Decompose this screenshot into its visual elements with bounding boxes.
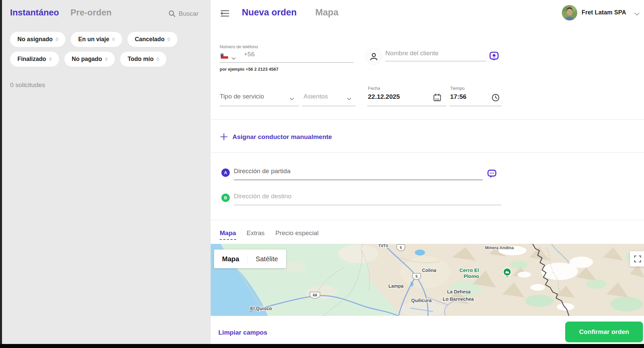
time-label: Tiempo bbox=[450, 86, 465, 91]
collapse-icon bbox=[219, 9, 230, 18]
filter-count: 0 bbox=[49, 57, 52, 62]
route-shield-5-north: 5 bbox=[397, 245, 405, 251]
orders-sidebar: Instantáneo Pre-orden Buscar No asignado… bbox=[2, 0, 211, 344]
plus-icon bbox=[220, 133, 228, 141]
window-left-border bbox=[0, 0, 2, 348]
route-shield-5-south: 5 bbox=[413, 273, 421, 280]
map-canvas[interactable]: 5 5 68 TilTil Colina bbox=[211, 244, 644, 316]
pickup-badge-a: A bbox=[221, 168, 230, 177]
tab-map-view[interactable]: Mapa bbox=[315, 7, 338, 18]
map-label-lo-barnechea: Lo Barnechea bbox=[443, 296, 474, 302]
destination-badge-b: B bbox=[221, 194, 230, 202]
account-name[interactable]: Fret Latam SPA bbox=[582, 9, 626, 16]
map-type-satellite-button[interactable]: Satélite bbox=[247, 255, 286, 263]
requests-count: 0 solicitudes bbox=[10, 81, 45, 89]
assign-driver-label: Asignar conductor manualmente bbox=[232, 133, 332, 141]
assign-driver-link[interactable]: Asignar conductor manualmente bbox=[220, 133, 332, 141]
map-label-lampa: Lampa bbox=[388, 283, 404, 289]
map-label-minera-andina: Minera Andina bbox=[485, 246, 514, 250]
filter-label: Cancelado bbox=[135, 36, 165, 43]
filter-label: No pagado bbox=[72, 56, 102, 63]
filter-no-asignado[interactable]: No asignado0 bbox=[10, 32, 65, 47]
date-label: Fecha bbox=[368, 86, 380, 91]
svg-text:68: 68 bbox=[313, 293, 317, 297]
service-type-select[interactable]: Tipo de servicio bbox=[220, 93, 264, 100]
filter-count: 0 bbox=[112, 37, 115, 42]
dispatch-app: Instantáneo Pre-orden Buscar No asignado… bbox=[0, 0, 644, 348]
filter-count: 0 bbox=[157, 57, 159, 62]
fullscreen-icon bbox=[634, 255, 641, 263]
filter-todo-mio[interactable]: Todo mío0 bbox=[120, 52, 166, 67]
collapse-sidebar-button[interactable] bbox=[219, 9, 230, 19]
calendar-icon[interactable] bbox=[433, 93, 442, 103]
client-person-icon bbox=[366, 49, 382, 65]
map-label-el-quisco: El Quisco bbox=[250, 306, 272, 311]
search-label: Buscar bbox=[179, 10, 199, 17]
tab-preorder[interactable]: Pre-orden bbox=[70, 7, 112, 18]
map-label-cerro-el: Cerro El bbox=[460, 267, 479, 273]
filter-label: Finalizado bbox=[17, 56, 46, 63]
seats-select[interactable]: Asientos bbox=[304, 93, 328, 100]
filter-count: 0 bbox=[105, 57, 107, 62]
date-value[interactable]: 22.12.2025 bbox=[368, 93, 400, 100]
tab-detail-special-price[interactable]: Precio especial bbox=[275, 229, 319, 237]
account-chevron-down-icon[interactable] bbox=[634, 11, 640, 17]
destination-address-input[interactable] bbox=[234, 193, 501, 205]
country-flag-chile[interactable]: ★ bbox=[221, 54, 228, 59]
filter-en-un-viaje[interactable]: En un viaje0 bbox=[71, 32, 122, 47]
time-value[interactable]: 17:56 bbox=[450, 93, 467, 100]
filter-label: No asignado bbox=[17, 36, 53, 43]
filter-label: En un viaje bbox=[78, 36, 109, 43]
tab-instant[interactable]: Instantáneo bbox=[10, 7, 59, 18]
svg-text:5: 5 bbox=[416, 274, 418, 278]
account-avatar[interactable] bbox=[562, 5, 577, 20]
client-app-invite-icon[interactable] bbox=[489, 51, 499, 63]
map-label-la-dehesa: La Dehesa bbox=[447, 289, 471, 294]
filter-label: Todo mío bbox=[127, 56, 153, 63]
phone-label: Número de teléfono bbox=[220, 44, 258, 49]
svg-text:5: 5 bbox=[400, 246, 402, 250]
client-name-input[interactable] bbox=[385, 50, 486, 61]
filter-no-pagado[interactable]: No pagado0 bbox=[64, 52, 115, 67]
map-fullscreen-button[interactable] bbox=[630, 251, 644, 267]
map-type-control: Mapa Satélite bbox=[214, 250, 286, 268]
sidebar-tabs: Instantáneo Pre-orden bbox=[10, 7, 112, 18]
window-bottom-bar bbox=[0, 344, 644, 348]
tab-new-order[interactable]: Nueva orden bbox=[242, 7, 297, 18]
route-shield-68: 68 bbox=[310, 292, 320, 298]
service-type-chevron-down-icon[interactable] bbox=[289, 96, 294, 102]
order-filters: No asignado0 En un viaje0 Cancelado0 Fin… bbox=[10, 32, 203, 67]
filter-count: 0 bbox=[167, 37, 170, 42]
seats-chevron-down-icon[interactable] bbox=[347, 96, 352, 102]
map-label-quilicura: Quilicura bbox=[411, 298, 432, 303]
map-type-map-button[interactable]: Mapa bbox=[214, 255, 247, 263]
new-order-panel: Nueva orden Mapa Fret Latam SPA Número d… bbox=[211, 0, 644, 344]
search-button[interactable]: Buscar bbox=[168, 10, 199, 17]
clear-fields-link[interactable]: Limpiar campos bbox=[218, 329, 267, 336]
map-label-colina: Colina bbox=[422, 268, 436, 273]
pickup-address-input[interactable] bbox=[234, 167, 483, 180]
tab-detail-map[interactable]: Mapa bbox=[220, 229, 236, 240]
filter-finalizado[interactable]: Finalizado0 bbox=[10, 52, 59, 67]
avatar-photo bbox=[562, 5, 577, 20]
filter-cancelado[interactable]: Cancelado0 bbox=[127, 32, 177, 47]
phone-hint: por ejemplo +56 2 2123 4567 bbox=[220, 67, 278, 72]
filter-count: 0 bbox=[56, 37, 58, 42]
clock-icon[interactable] bbox=[491, 93, 500, 103]
tab-detail-extras[interactable]: Extras bbox=[247, 229, 265, 237]
confirm-order-button[interactable]: Confirmar orden bbox=[565, 322, 643, 342]
map-label-tiltil: TilTil bbox=[378, 244, 388, 248]
country-chevron-down-icon[interactable] bbox=[231, 55, 236, 61]
phone-input[interactable]: +56 bbox=[244, 51, 255, 58]
search-icon bbox=[168, 10, 176, 17]
map-label-plomo: Plomo bbox=[464, 273, 479, 279]
pickup-comment-icon[interactable] bbox=[487, 168, 497, 180]
